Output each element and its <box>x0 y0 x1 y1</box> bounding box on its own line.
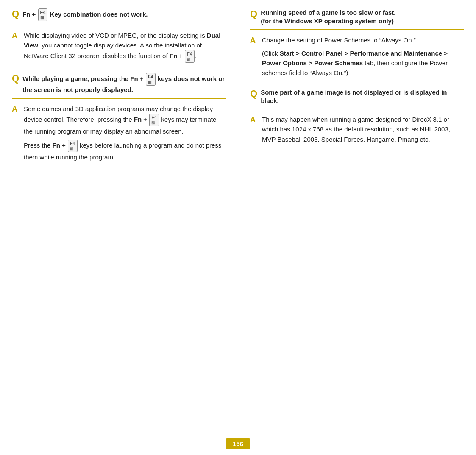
a-icon-2: A <box>12 104 19 114</box>
answer-row-4: A This may happen when running a game de… <box>250 114 464 144</box>
fn-key-4: F4 ▩ <box>149 114 159 126</box>
q-icon-4: Q <box>250 88 257 99</box>
a-text-1: While displaying video of VCD or MPEG, o… <box>24 31 226 63</box>
a-icon-4: A <box>250 114 258 125</box>
page-number: 156 <box>226 438 250 449</box>
question-row-4: Q Some part of a game image is not displ… <box>250 88 464 110</box>
fn-key-1: F4 ▩ <box>38 8 48 21</box>
a-text-2: Some games and 3D application programs m… <box>24 104 226 162</box>
answer-row-1: A While displaying video of VCD or MPEG,… <box>12 31 226 63</box>
a-icon-3: A <box>250 35 258 46</box>
right-column: Q Running speed of a game is too slow or… <box>238 0 476 431</box>
q-text-1: Fn + F4 ▩ Key combination does not work. <box>22 8 148 21</box>
q-text-4: Some part of a game image is not display… <box>261 88 464 106</box>
question-row-2: Q While playing a game, pressing the Fn … <box>12 73 226 98</box>
fn-key-3: F4 ▩ <box>146 73 156 86</box>
answer-row-3: A Change the setting of Power Schemes to… <box>250 35 464 78</box>
a-text-4: This may happen when running a game desi… <box>262 114 464 144</box>
q-text-2: While playing a game, pressing the Fn + … <box>22 73 226 94</box>
qa-block-4: Q Some part of a game image is not displ… <box>250 88 464 144</box>
question-row-3: Q Running speed of a game is too slow or… <box>250 8 464 30</box>
a-icon-1: A <box>12 31 19 41</box>
left-column: Q Fn + F4 ▩ Key combination does not wor… <box>0 0 238 431</box>
columns: Q Fn + F4 ▩ Key combination does not wor… <box>0 0 476 431</box>
q-icon-1: Q <box>12 8 19 20</box>
answer-row-2: A Some games and 3D application programs… <box>12 104 226 162</box>
page-container: Q Fn + F4 ▩ Key combination does not wor… <box>0 0 476 455</box>
a-text-3: Change the setting of Power Schemes to “… <box>262 35 464 78</box>
fn-key-2: F4 ▩ <box>185 50 195 63</box>
page-footer: 156 <box>0 431 476 455</box>
q-icon-2: Q <box>12 73 19 84</box>
qa-block-1: Q Fn + F4 ▩ Key combination does not wor… <box>12 8 226 63</box>
q-icon-3: Q <box>250 8 257 20</box>
qa-block-2: Q While playing a game, pressing the Fn … <box>12 73 226 162</box>
fn-key-5: F4 ▩ <box>68 140 78 152</box>
question-row-1: Q Fn + F4 ▩ Key combination does not wor… <box>12 8 226 25</box>
qa-block-3: Q Running speed of a game is too slow or… <box>250 8 464 78</box>
q-text-3: Running speed of a game is too slow or f… <box>261 8 395 26</box>
